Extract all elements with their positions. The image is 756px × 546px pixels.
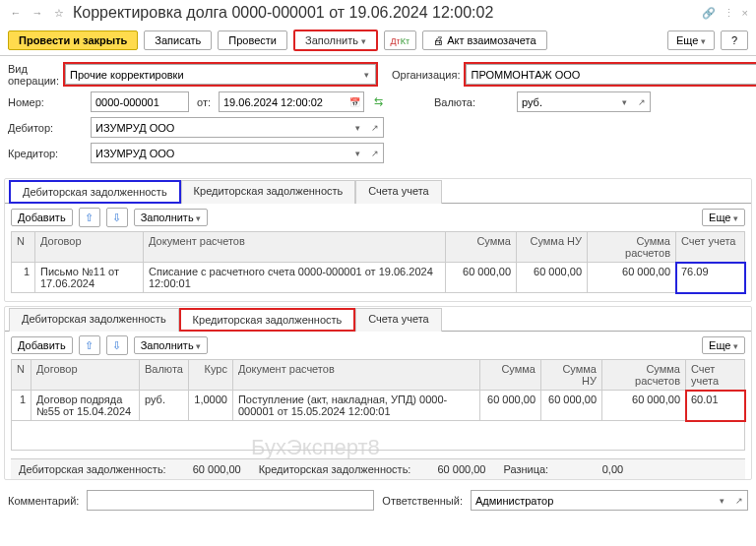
open-icon[interactable]: ↗ bbox=[730, 490, 748, 511]
open-icon[interactable]: ↗ bbox=[366, 117, 384, 138]
star-icon[interactable]: ☆ bbox=[51, 5, 67, 21]
sum-deb-label: Дебиторская задолженность: bbox=[19, 463, 166, 475]
date-label: от: bbox=[193, 96, 215, 108]
more-button[interactable]: Еще bbox=[667, 30, 715, 50]
op-type-input[interactable] bbox=[65, 64, 358, 85]
col-acc: Счет учета bbox=[676, 232, 745, 263]
op-type-select[interactable]: ▾ bbox=[63, 62, 378, 87]
move-up-button[interactable]: ⇧ bbox=[79, 208, 100, 227]
tab-debit[interactable]: Дебиторская задолженность bbox=[9, 180, 181, 204]
dropdown-icon[interactable]: ▾ bbox=[348, 117, 366, 138]
tab-debit-2[interactable]: Дебиторская задолженность bbox=[9, 308, 179, 332]
creditor-input[interactable] bbox=[91, 143, 348, 163]
col-sumnu: Сумма НУ bbox=[517, 232, 588, 263]
debit-table: N Договор Документ расчетов Сумма Сумма … bbox=[11, 231, 745, 293]
back-icon[interactable]: ← bbox=[8, 5, 24, 21]
col-contract: Договор bbox=[32, 360, 140, 391]
col-n: N bbox=[12, 232, 35, 263]
help-button[interactable]: ? bbox=[721, 30, 748, 50]
move-up-button-2[interactable]: ⇧ bbox=[79, 335, 100, 355]
more-icon[interactable]: ⋮ bbox=[724, 7, 734, 20]
table-fill-button[interactable]: Заполнить bbox=[134, 209, 209, 226]
comment-input[interactable] bbox=[87, 490, 374, 511]
creditor-select[interactable]: ▾ ↗ bbox=[91, 143, 384, 163]
table-row[interactable]: 1 Письмо №11 от 17.06.2024 Списание с ра… bbox=[12, 263, 745, 293]
resp-label: Ответственный: bbox=[382, 495, 463, 507]
move-down-button[interactable]: ⇩ bbox=[106, 208, 128, 227]
link-icon[interactable]: 🔗 bbox=[702, 7, 716, 20]
tab-accounts[interactable]: Счета учета bbox=[355, 180, 441, 204]
refresh-icon[interactable]: ⇆ bbox=[374, 95, 383, 108]
date-input-group[interactable]: 📅 bbox=[219, 91, 364, 112]
resp-input[interactable] bbox=[471, 490, 713, 511]
tab-credit-2[interactable]: Кредиторская задолженность bbox=[179, 308, 356, 332]
col-doc: Документ расчетов bbox=[144, 232, 446, 263]
open-icon[interactable]: ↗ bbox=[366, 143, 384, 163]
currency-select[interactable]: ▾ ↗ bbox=[517, 91, 651, 112]
table-row[interactable]: 1 Договор подряда №55 от 15.04.2024 руб.… bbox=[12, 391, 745, 421]
summary-bar: Дебиторская задолженность:60 000,00 Кред… bbox=[11, 458, 745, 479]
col-contract: Договор bbox=[35, 232, 144, 263]
table-fill-button-2[interactable]: Заполнить bbox=[134, 336, 209, 354]
sum-diff: 0,00 bbox=[554, 463, 623, 475]
dropdown-icon[interactable]: ▾ bbox=[358, 64, 376, 85]
credit-table: N Договор Валюта Курс Документ расчетов … bbox=[11, 359, 745, 451]
col-sum: Сумма bbox=[480, 360, 541, 391]
post-button[interactable]: Провести bbox=[218, 30, 287, 50]
org-label: Организация: bbox=[382, 69, 460, 81]
currency-label: Валюта: bbox=[424, 96, 513, 108]
op-type-label: Вид операции: bbox=[8, 63, 59, 87]
col-doc: Документ расчетов bbox=[232, 360, 479, 391]
col-n: N bbox=[12, 360, 32, 391]
sum-diff-label: Разница: bbox=[503, 463, 548, 475]
debtor-label: Дебитор: bbox=[8, 122, 87, 134]
number-input[interactable] bbox=[91, 91, 189, 112]
add-button-2[interactable]: Добавить bbox=[11, 336, 73, 354]
fill-button[interactable]: Заполнить bbox=[293, 30, 378, 51]
resp-select[interactable]: ▾ ↗ bbox=[471, 490, 748, 511]
col-sum: Сумма bbox=[446, 232, 517, 263]
org-input[interactable] bbox=[466, 64, 756, 85]
date-input[interactable] bbox=[219, 91, 346, 112]
col-sumcalc: Сумма расчетов bbox=[588, 232, 676, 263]
open-icon[interactable]: ↗ bbox=[633, 91, 651, 112]
sum-deb: 60 000,00 bbox=[172, 463, 241, 475]
creditor-label: Кредитор: bbox=[8, 148, 87, 159]
number-label: Номер: bbox=[8, 96, 87, 108]
page-title: Корректировка долга 0000-000001 от 19.06… bbox=[73, 4, 696, 22]
account-cell[interactable]: 60.01 bbox=[686, 391, 745, 421]
currency-input[interactable] bbox=[517, 91, 615, 112]
sum-cred: 60 000,00 bbox=[416, 463, 485, 475]
calendar-icon[interactable]: 📅 bbox=[346, 91, 364, 112]
post-close-button[interactable]: Провести и закрыть bbox=[8, 30, 138, 50]
col-sumnu: Сумма НУ bbox=[541, 360, 602, 391]
org-select[interactable]: ▾ ↗ bbox=[464, 62, 756, 87]
tab-accounts-2[interactable]: Счета учета bbox=[355, 308, 441, 332]
print-button[interactable]: 🖨 Акт взаимозачета bbox=[422, 30, 546, 50]
dropdown-icon[interactable]: ▾ bbox=[713, 490, 730, 511]
comment-label: Комментарий: bbox=[8, 495, 79, 507]
dropdown-icon[interactable]: ▾ bbox=[615, 91, 633, 112]
close-icon[interactable]: × bbox=[742, 7, 748, 20]
col-sumcalc: Сумма расчетов bbox=[602, 360, 686, 391]
debtor-select[interactable]: ▾ ↗ bbox=[91, 117, 384, 138]
col-acc: Счет учета bbox=[686, 360, 745, 391]
tab-credit[interactable]: Кредиторская задолженность bbox=[181, 180, 356, 204]
col-rate: Курс bbox=[188, 360, 232, 391]
sum-cred-label: Кредиторская задолженность: bbox=[259, 463, 411, 475]
account-cell[interactable]: 76.09 bbox=[676, 263, 745, 293]
debtor-input[interactable] bbox=[91, 117, 348, 138]
add-button[interactable]: Добавить bbox=[11, 209, 73, 226]
dtkt-button[interactable]: ДтКт bbox=[384, 30, 417, 50]
col-cur: Валюта bbox=[140, 360, 189, 391]
move-down-button-2[interactable]: ⇩ bbox=[106, 335, 128, 355]
save-button[interactable]: Записать bbox=[144, 30, 212, 50]
table-more-button[interactable]: Еще bbox=[702, 209, 745, 226]
dropdown-icon[interactable]: ▾ bbox=[348, 143, 366, 163]
forward-icon[interactable]: → bbox=[30, 5, 45, 21]
table-more-button-2[interactable]: Еще bbox=[702, 336, 745, 354]
